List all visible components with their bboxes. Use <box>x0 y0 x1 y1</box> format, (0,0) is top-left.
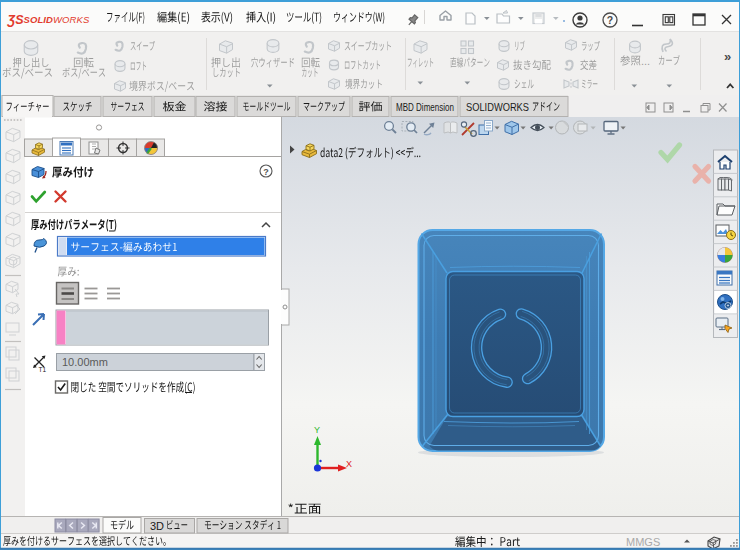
svg-text:ƷS: ƷS <box>7 13 25 27</box>
svg-text:»: » <box>724 49 731 64</box>
svg-text:3D: 3D <box>150 520 164 532</box>
svg-text:...: ... <box>641 55 650 67</box>
svg-text:SOLIDWORKS: SOLIDWORKS <box>466 101 529 113</box>
svg-text:10.00mm: 10.00mm <box>62 356 108 368</box>
svg-text:T1: T1 <box>39 366 47 373</box>
svg-text:Y: Y <box>314 425 320 435</box>
svg-text:X: X <box>346 459 352 469</box>
svg-text:?: ? <box>607 14 613 26</box>
svg-text:SOLIDWORKS: SOLIDWORKS <box>24 14 90 25</box>
svg-text:MBD Dimension: MBD Dimension <box>396 101 454 113</box>
svg-text:MMGS: MMGS <box>626 536 660 548</box>
svg-text:?: ? <box>263 167 269 177</box>
